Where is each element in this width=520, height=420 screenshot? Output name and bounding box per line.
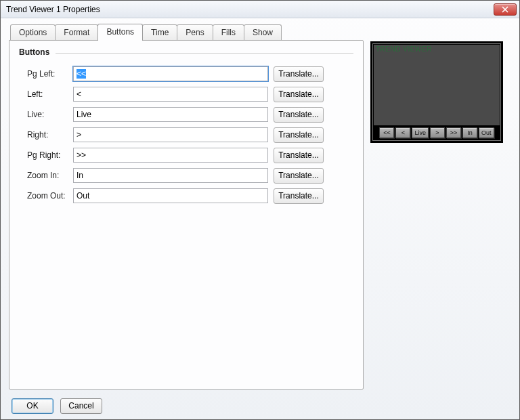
translate-live[interactable]: Translate... xyxy=(274,107,324,123)
preview-panel: TREND VIEWER << < Live > >> In Out xyxy=(370,41,503,143)
translate-zoom-out[interactable]: Translate... xyxy=(274,188,324,204)
preview-btn-zoom-out[interactable]: Out xyxy=(479,127,494,138)
label-live: Live: xyxy=(19,110,73,119)
translate-right[interactable]: Translate... xyxy=(274,127,324,143)
cancel-button[interactable]: Cancel xyxy=(60,398,102,414)
preview-btn-zoom-in[interactable]: In xyxy=(462,127,477,138)
close-icon xyxy=(502,6,508,13)
row-zoom-in: Zoom In: Translate... xyxy=(19,165,353,186)
translate-left[interactable]: Translate... xyxy=(274,87,324,102)
row-left: Left: Translate... xyxy=(19,84,353,104)
label-zoom-in: Zoom In: xyxy=(19,171,73,180)
preview-inner: TREND VIEWER << < Live > >> In Out xyxy=(372,43,501,141)
input-pg-left[interactable] xyxy=(73,66,268,81)
dialog-footer: OK Cancel xyxy=(1,392,519,419)
buttons-form: Pg Left: Translate... Left: Translate...… xyxy=(19,64,353,206)
row-pg-right: Pg Right: Translate... xyxy=(19,145,353,165)
label-left: Left: xyxy=(19,89,73,99)
tab-show[interactable]: Show xyxy=(244,24,282,40)
window-title: Trend Viewer 1 Properties xyxy=(6,5,494,14)
label-right: Right: xyxy=(19,130,73,140)
input-zoom-out[interactable] xyxy=(73,188,268,203)
tab-buttons[interactable]: Buttons xyxy=(98,24,143,41)
ok-button[interactable]: OK xyxy=(12,398,53,414)
right-pane: TREND VIEWER << < Live > >> In Out xyxy=(370,24,513,390)
preview-btn-live[interactable]: Live xyxy=(412,127,429,138)
titlebar: Trend Viewer 1 Properties xyxy=(1,1,519,18)
preview-buttons: << < Live > >> In Out xyxy=(374,127,499,139)
row-zoom-out: Zoom Out: Translate... xyxy=(19,186,353,206)
input-left[interactable] xyxy=(73,87,268,102)
preview-title: TREND VIEWER xyxy=(376,45,432,53)
row-pg-left: Pg Left: Translate... xyxy=(19,64,353,84)
close-button[interactable] xyxy=(494,3,517,16)
input-zoom-in[interactable] xyxy=(73,168,268,183)
preview-btn-right[interactable]: > xyxy=(430,127,445,138)
input-pg-right[interactable] xyxy=(73,148,268,163)
tab-time[interactable]: Time xyxy=(142,24,177,40)
translate-zoom-in[interactable]: Translate... xyxy=(274,168,324,184)
input-live[interactable] xyxy=(73,107,268,122)
translate-pg-right[interactable]: Translate... xyxy=(274,148,324,163)
preview-btn-pg-right[interactable]: >> xyxy=(446,127,461,138)
tab-format[interactable]: Format xyxy=(55,24,98,40)
tab-strip: Options Format Buttons Time Pens Fills S… xyxy=(10,24,364,40)
row-live: Live: Translate... xyxy=(19,104,353,125)
translate-pg-left[interactable]: Translate... xyxy=(274,66,324,82)
tab-fills[interactable]: Fills xyxy=(213,24,244,40)
preview-btn-left[interactable]: < xyxy=(395,127,410,138)
preview-canvas: TREND VIEWER xyxy=(374,45,500,125)
label-pg-right: Pg Right: xyxy=(19,150,73,160)
tab-options[interactable]: Options xyxy=(10,24,56,40)
input-right[interactable] xyxy=(73,127,268,142)
label-pg-left: Pg Left: xyxy=(19,69,73,79)
tab-content: Buttons Pg Left: Translate... Left: Tran… xyxy=(9,40,364,390)
row-right: Right: Translate... xyxy=(19,125,353,145)
group-label: Buttons xyxy=(19,47,353,57)
label-zoom-out: Zoom Out: xyxy=(19,191,73,201)
left-pane: Options Format Buttons Time Pens Fills S… xyxy=(9,24,364,390)
dialog-body: Options Format Buttons Time Pens Fills S… xyxy=(1,18,519,392)
tab-pens[interactable]: Pens xyxy=(177,24,213,40)
properties-dialog: Trend Viewer 1 Properties Options Format… xyxy=(0,0,520,420)
preview-btn-pg-left[interactable]: << xyxy=(379,127,394,138)
